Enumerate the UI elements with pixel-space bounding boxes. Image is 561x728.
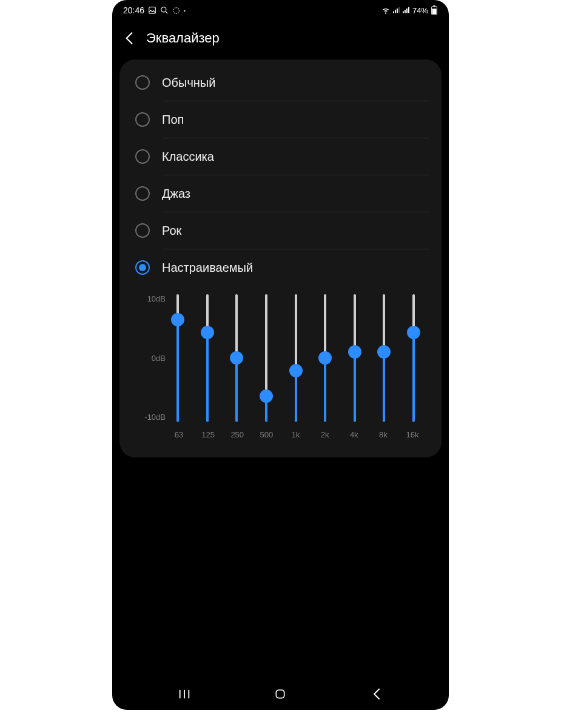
svg-rect-4 bbox=[395, 10, 396, 13]
eq-preset-label: Обычный bbox=[162, 76, 215, 89]
back-nav-button[interactable] bbox=[364, 682, 389, 706]
y-tick-high: 10dB bbox=[147, 294, 166, 303]
eq-preset-label: Джаз bbox=[162, 187, 190, 200]
sliders-area: 631252505001k2k4k8k16k bbox=[169, 294, 422, 439]
status-right: 74% bbox=[381, 5, 438, 15]
dot-icon: • bbox=[184, 8, 186, 13]
x-tick: 500 bbox=[259, 430, 274, 439]
status-bar: 20:46 • 74% bbox=[112, 0, 449, 21]
x-tick: 125 bbox=[201, 430, 215, 439]
svg-rect-3 bbox=[393, 12, 394, 13]
eq-band-slider[interactable] bbox=[230, 294, 243, 422]
eq-band-slider[interactable] bbox=[408, 294, 420, 422]
svg-rect-14 bbox=[277, 690, 284, 698]
eq-preset-list: ОбычныйПопКлассикаДжазРокНастраиваемый bbox=[119, 64, 442, 286]
page-title: Эквалайзер bbox=[146, 30, 220, 46]
eq-band-slider[interactable] bbox=[378, 294, 390, 422]
battery-icon bbox=[431, 5, 438, 15]
radio-button[interactable] bbox=[135, 223, 150, 238]
radio-button[interactable] bbox=[135, 112, 150, 127]
signal-icon-2 bbox=[403, 7, 410, 14]
phone-frame: 20:46 • 74% bbox=[112, 0, 449, 710]
eq-preset-option[interactable]: Настраиваемый bbox=[119, 249, 442, 286]
svg-rect-0 bbox=[149, 7, 156, 14]
y-axis: 10dB 0dB -10dB bbox=[130, 294, 169, 422]
slider-thumb[interactable] bbox=[377, 345, 391, 359]
loading-icon bbox=[172, 7, 180, 15]
slider-thumb[interactable] bbox=[318, 351, 332, 365]
slider-fill bbox=[176, 320, 179, 422]
home-button[interactable] bbox=[268, 682, 292, 706]
slider-fill bbox=[412, 332, 415, 422]
eq-preset-option[interactable]: Классика bbox=[119, 138, 442, 175]
svg-point-1 bbox=[161, 7, 166, 12]
slider-thumb[interactable] bbox=[407, 326, 420, 339]
x-tick: 250 bbox=[230, 430, 244, 439]
eq-band-slider[interactable] bbox=[172, 294, 184, 422]
slider-fill bbox=[354, 352, 356, 422]
page-header: Эквалайзер bbox=[112, 21, 449, 59]
slider-thumb[interactable] bbox=[201, 326, 214, 339]
radio-button[interactable] bbox=[135, 260, 150, 275]
eq-band-slider[interactable] bbox=[260, 294, 272, 422]
x-tick: 1k bbox=[289, 430, 303, 439]
x-tick: 2k bbox=[318, 430, 332, 439]
eq-preset-option[interactable]: Рок bbox=[119, 212, 442, 249]
y-tick-mid: 0dB bbox=[152, 354, 166, 363]
equalizer-chart: 10dB 0dB -10dB 631252505001k2k4k8k16k bbox=[119, 286, 442, 439]
slider-thumb[interactable] bbox=[230, 351, 243, 365]
y-tick-low: -10dB bbox=[144, 413, 166, 422]
svg-rect-9 bbox=[406, 8, 408, 13]
battery-text: 74% bbox=[412, 6, 428, 15]
slider-thumb[interactable] bbox=[348, 345, 361, 359]
slider-thumb[interactable] bbox=[260, 389, 273, 403]
svg-rect-6 bbox=[398, 7, 400, 13]
svg-rect-12 bbox=[433, 5, 435, 7]
svg-rect-13 bbox=[432, 8, 436, 14]
x-tick: 4k bbox=[347, 430, 361, 439]
search-icon bbox=[160, 6, 169, 15]
svg-rect-8 bbox=[405, 10, 406, 13]
slider-fill bbox=[235, 358, 238, 422]
x-tick: 16k bbox=[405, 430, 420, 439]
slider-fill bbox=[324, 358, 326, 422]
eq-band-slider[interactable] bbox=[201, 294, 213, 422]
signal-icon-1 bbox=[393, 7, 400, 14]
svg-rect-10 bbox=[408, 7, 409, 13]
settings-card: ОбычныйПопКлассикаДжазРокНастраиваемый 1… bbox=[119, 59, 442, 457]
slider-thumb[interactable] bbox=[171, 313, 184, 326]
svg-rect-7 bbox=[403, 12, 404, 13]
eq-preset-label: Классика bbox=[162, 150, 214, 163]
android-nav-bar bbox=[112, 681, 449, 710]
slider-fill bbox=[295, 371, 297, 422]
radio-button[interactable] bbox=[135, 186, 150, 201]
eq-band-slider[interactable] bbox=[319, 294, 331, 422]
eq-preset-option[interactable]: Поп bbox=[119, 101, 442, 138]
back-button[interactable] bbox=[123, 30, 135, 46]
eq-preset-label: Настраиваемый bbox=[162, 261, 253, 274]
radio-button[interactable] bbox=[135, 75, 150, 90]
status-time: 20:46 bbox=[123, 5, 144, 15]
eq-preset-option[interactable]: Джаз bbox=[119, 175, 442, 212]
status-left: 20:46 • bbox=[123, 5, 186, 15]
eq-band-slider[interactable] bbox=[290, 294, 302, 422]
eq-preset-label: Поп bbox=[162, 113, 184, 126]
svg-point-2 bbox=[173, 7, 180, 13]
svg-rect-5 bbox=[397, 8, 398, 13]
radio-button[interactable] bbox=[135, 149, 150, 164]
eq-preset-option[interactable]: Обычный bbox=[119, 64, 442, 101]
x-axis: 631252505001k2k4k8k16k bbox=[169, 422, 422, 439]
slider-fill bbox=[383, 352, 385, 422]
eq-preset-label: Рок bbox=[162, 224, 181, 237]
slider-thumb[interactable] bbox=[289, 364, 303, 377]
eq-band-slider[interactable] bbox=[349, 294, 361, 422]
recent-apps-button[interactable] bbox=[172, 682, 197, 706]
x-tick: 63 bbox=[172, 430, 186, 439]
image-icon bbox=[148, 6, 156, 15]
wifi-icon bbox=[381, 6, 391, 15]
x-tick: 8k bbox=[376, 430, 391, 439]
slider-fill bbox=[206, 332, 209, 422]
